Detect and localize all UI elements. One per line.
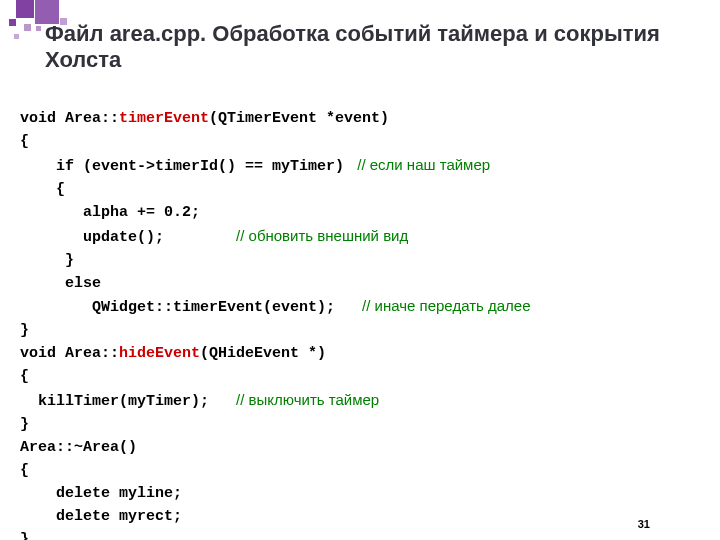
code-line: {: [20, 368, 29, 385]
code-line: if (event->timerId() == myTimer) // если…: [20, 158, 490, 175]
code-line: alpha += 0.2;: [20, 204, 200, 221]
code-line: else: [20, 275, 101, 292]
code-line: }: [20, 416, 29, 433]
code-line: {: [20, 462, 29, 479]
code-line: void Area::hideEvent(QHideEvent *): [20, 345, 326, 362]
code-line: void Area::timerEvent(QTimerEvent *event…: [20, 110, 389, 127]
code-line: }: [20, 531, 29, 540]
code-line: }: [20, 322, 29, 339]
code-line: update(); // обновить внешний вид: [20, 229, 408, 246]
page-number: 31: [638, 518, 650, 530]
code-line: QWidget::timerEvent(event); // иначе пер…: [20, 299, 531, 316]
code-block: void Area::timerEvent(QTimerEvent *event…: [20, 85, 700, 540]
code-line: }: [20, 252, 74, 269]
code-line: delete myrect;: [20, 508, 182, 525]
code-line: killTimer(myTimer); // выключить таймер: [20, 393, 379, 410]
code-line: delete myline;: [20, 485, 182, 502]
code-line: Area::~Area(): [20, 439, 137, 456]
code-line: {: [20, 181, 65, 198]
code-line: {: [20, 133, 29, 150]
slide-title: Файл area.cpp. Обработка событий таймера…: [45, 21, 702, 73]
